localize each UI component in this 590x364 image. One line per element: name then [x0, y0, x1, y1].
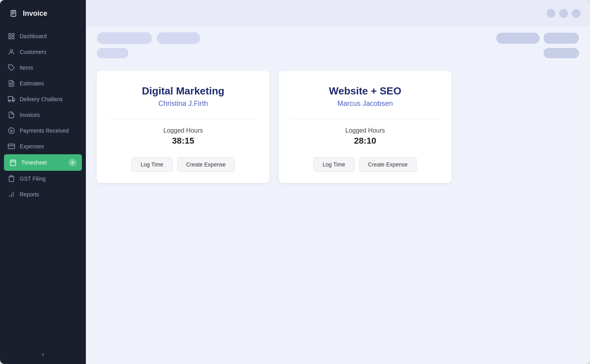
log-time-button-1[interactable]: Log Time [132, 157, 173, 172]
sidebar-item-gst-filing[interactable]: GST Filing [0, 171, 86, 187]
project-card-website-seo: Website + SEO Marcus Jacobsen Logged Hou… [279, 71, 451, 183]
sidebar-label-timesheet: Timesheet [21, 159, 64, 166]
invoice-icon [8, 8, 19, 19]
sidebar-item-customers[interactable]: Customers [0, 44, 86, 60]
sidebar-label-items: Items [20, 65, 78, 71]
filter-right-pill-2[interactable] [544, 33, 579, 44]
sidebar-label-customers: Customers [20, 49, 78, 55]
sidebar-label-invoices: Invoices [20, 112, 78, 118]
filter-pill-1[interactable] [97, 32, 152, 44]
card-hours-value-1: 38:15 [172, 136, 194, 146]
card-divider-1 [109, 119, 257, 119]
sidebar-label-estimates: Estimates [20, 80, 78, 87]
card-title-1: Digital Marketing [142, 85, 224, 97]
svg-rect-0 [11, 11, 16, 17]
svg-rect-5 [12, 33, 14, 35]
create-expense-button-1[interactable]: Create Expense [177, 157, 235, 172]
sidebar-label-gst-filing: GST Filing [20, 176, 78, 182]
truck-icon [8, 96, 15, 103]
sidebar-label-expenses: Expenses [20, 143, 78, 150]
clipboard-icon [8, 175, 15, 182]
sidebar-label-payments-received: Payments Received [20, 127, 78, 134]
collapse-icon: ‹ [42, 351, 44, 358]
user-icon [8, 48, 15, 55]
app-title: Invoice [23, 9, 47, 18]
card-client-1: Christina J.Firth [158, 100, 208, 108]
create-expense-button-2[interactable]: Create Expense [359, 157, 417, 172]
filter-bar [86, 27, 590, 46]
sidebar: Invoice Dashboard Customers [0, 0, 86, 364]
secondary-filter-right-pill[interactable] [544, 48, 579, 58]
download-icon [8, 127, 15, 134]
sidebar-label-dashboard: Dashboard [20, 33, 78, 39]
sidebar-item-estimates[interactable]: Estimates [0, 76, 86, 91]
sidebar-label-reports: Reports [20, 191, 78, 198]
svg-point-8 [10, 50, 13, 52]
sidebar-header: Invoice [0, 0, 86, 25]
svg-marker-14 [13, 98, 15, 100]
main-content: Digital Marketing Christina J.Firth Logg… [86, 0, 590, 364]
card-client-2: Marcus Jacobsen [337, 100, 393, 108]
sidebar-item-items[interactable]: Items [0, 60, 86, 76]
card-hours-value-2: 28:10 [354, 136, 376, 146]
project-card-digital-marketing: Digital Marketing Christina J.Firth Logg… [97, 71, 269, 183]
svg-rect-25 [10, 176, 13, 177]
topbar-circle-3[interactable] [572, 9, 581, 18]
content-area: Digital Marketing Christina J.Firth Logg… [86, 63, 590, 364]
topbar-circle-2[interactable] [559, 9, 568, 18]
svg-point-15 [9, 100, 10, 102]
sidebar-label-delivery-challans: Delivery Challans [20, 96, 78, 102]
sidebar-item-expenses[interactable]: Expenses [0, 139, 86, 154]
calendar-icon [9, 159, 17, 166]
sidebar-item-timesheet[interactable]: Timesheet + [4, 154, 82, 171]
sidebar-item-delivery-challans[interactable]: Delivery Challans [0, 91, 86, 107]
svg-point-16 [13, 100, 14, 102]
card-actions-2: Log Time Create Expense [314, 157, 417, 172]
sidebar-item-invoices[interactable]: Invoices [0, 107, 86, 123]
sidebar-item-dashboard[interactable]: Dashboard [0, 28, 86, 44]
filter-right [496, 33, 579, 44]
filter-right-pill-1[interactable] [496, 33, 540, 44]
filter-pill-2[interactable] [157, 32, 200, 44]
grid-icon [8, 33, 15, 40]
card-title-2: Website + SEO [329, 85, 401, 97]
bar-chart-icon [8, 191, 15, 198]
secondary-filter-bar [86, 46, 590, 63]
card-actions-1: Log Time Create Expense [132, 157, 235, 172]
cards-grid: Digital Marketing Christina J.Firth Logg… [97, 71, 451, 183]
sidebar-item-reports[interactable]: Reports [0, 187, 86, 202]
file-text-icon [8, 80, 15, 87]
topbar-circle-1[interactable] [547, 9, 555, 18]
app-window: Invoice Dashboard Customers [0, 0, 590, 364]
sidebar-item-payments-received[interactable]: Payments Received [0, 123, 86, 139]
timesheet-add-button[interactable]: + [69, 159, 76, 166]
tag-icon [8, 64, 15, 71]
card-hours-label-1: Logged Hours [163, 127, 203, 134]
card-divider-2 [291, 119, 439, 119]
sidebar-collapse-button[interactable]: ‹ [0, 344, 86, 364]
secondary-filter-pill-1[interactable] [97, 48, 128, 58]
svg-rect-21 [10, 160, 16, 166]
svg-rect-13 [8, 96, 13, 100]
sidebar-nav: Dashboard Customers Items [0, 25, 86, 344]
svg-rect-4 [9, 33, 11, 35]
file-icon [8, 111, 15, 118]
svg-rect-7 [12, 37, 14, 39]
log-time-button-2[interactable]: Log Time [314, 157, 354, 172]
topbar [86, 0, 590, 27]
svg-rect-19 [8, 144, 15, 149]
card-hours-label-2: Logged Hours [345, 127, 385, 134]
svg-rect-6 [9, 37, 11, 39]
credit-card-icon [8, 143, 15, 150]
